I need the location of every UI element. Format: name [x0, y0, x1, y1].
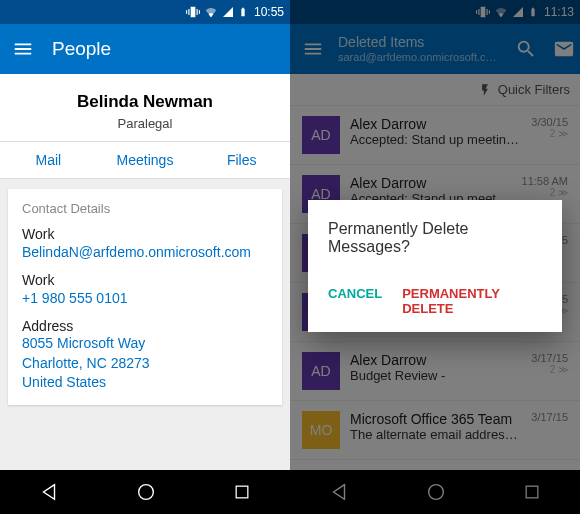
cancel-button[interactable]: CANCEL	[328, 278, 382, 324]
home-icon[interactable]	[135, 481, 157, 503]
contact-name: Belinda Newman	[0, 92, 290, 112]
tab-meetings[interactable]: Meetings	[97, 142, 194, 178]
back-icon[interactable]	[38, 481, 60, 503]
app-bar: People	[0, 24, 290, 74]
phone-value[interactable]: +1 980 555 0101	[22, 290, 268, 306]
recent-icon[interactable]	[232, 482, 252, 502]
contact-details-card: Contact Details Work BelindaN@arfdemo.on…	[8, 189, 282, 405]
signal-icon	[222, 6, 234, 18]
contact-screen: Belinda Newman Paralegal Mail Meetings F…	[0, 74, 290, 470]
address-line-3[interactable]: United States	[22, 373, 268, 393]
svg-rect-1	[236, 486, 248, 498]
wifi-icon	[204, 5, 218, 19]
status-time: 10:55	[254, 5, 284, 19]
email-label: Work	[22, 226, 268, 242]
android-nav-bar	[0, 470, 290, 514]
address-line-2[interactable]: Charlotte, NC 28273	[22, 354, 268, 374]
delete-dialog: Permanently Delete Messages? CANCEL PERM…	[308, 200, 562, 332]
address-line-1[interactable]: 8055 Microsoft Way	[22, 334, 268, 354]
appbar-title: People	[52, 38, 111, 60]
phone-label: Work	[22, 272, 268, 288]
status-bar: 10:55	[0, 0, 290, 24]
battery-icon	[238, 5, 248, 19]
dialog-title: Permanently Delete Messages?	[328, 220, 542, 256]
tab-mail[interactable]: Mail	[0, 142, 97, 178]
email-value[interactable]: BelindaN@arfdemo.onmicrosoft.com	[22, 244, 268, 260]
address-label: Address	[22, 318, 268, 334]
menu-icon[interactable]	[12, 38, 34, 60]
vibrate-icon	[186, 5, 200, 19]
contact-role: Paralegal	[0, 116, 290, 131]
details-heading: Contact Details	[22, 201, 268, 216]
contact-tabs: Mail Meetings Files	[0, 141, 290, 179]
permanently-delete-button[interactable]: PERMANENTLY DELETE	[402, 278, 542, 324]
tab-files[interactable]: Files	[193, 142, 290, 178]
svg-point-0	[139, 485, 154, 500]
